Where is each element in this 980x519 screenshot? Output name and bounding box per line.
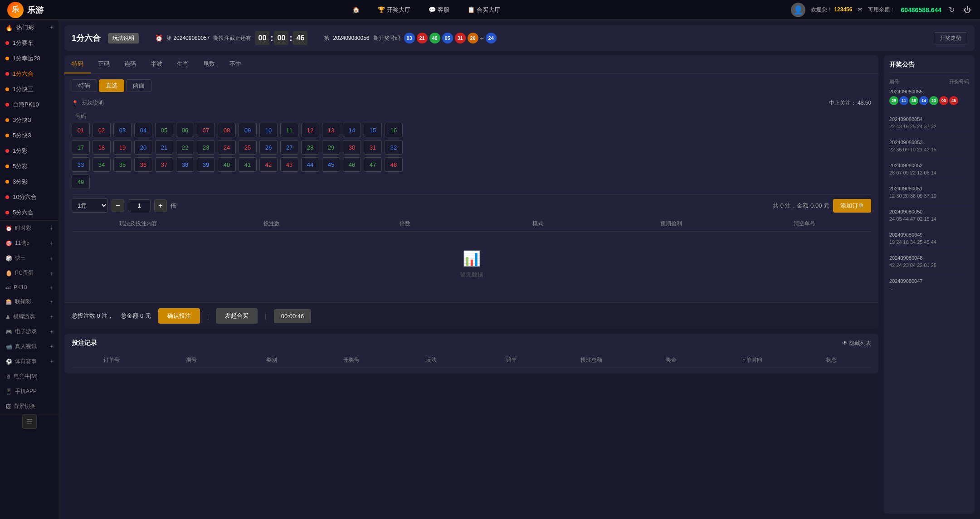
num-36[interactable]: 36	[134, 157, 152, 172]
rules-button[interactable]: 玩法说明	[108, 33, 139, 44]
sidebar-item-taiwan-pk10[interactable]: 台湾PK10	[0, 97, 59, 112]
sidebar-item-11x5[interactable]: 🎯 11选5 +	[0, 236, 59, 251]
num-48[interactable]: 48	[385, 157, 403, 172]
num-17[interactable]: 17	[72, 140, 90, 155]
num-24[interactable]: 24	[218, 140, 236, 155]
sidebar-collapse-button[interactable]: ☰	[22, 414, 37, 429]
sidebar-item-5min-6he[interactable]: 5分六合	[0, 205, 59, 220]
num-05[interactable]: 05	[155, 123, 173, 137]
num-34[interactable]: 34	[93, 157, 111, 172]
num-35[interactable]: 35	[113, 157, 132, 172]
sidebar-item-1min-6he[interactable]: 1分六合	[0, 66, 59, 82]
num-47[interactable]: 47	[364, 157, 382, 172]
subtab-tema[interactable]: 特码	[72, 79, 97, 92]
num-12[interactable]: 12	[301, 123, 319, 137]
launch-groupbuy-button[interactable]: 发起合买	[216, 308, 258, 324]
num-02[interactable]: 02	[93, 123, 111, 137]
subtab-zhixuan[interactable]: 直选	[99, 79, 124, 92]
num-11[interactable]: 11	[280, 123, 298, 137]
num-43[interactable]: 43	[280, 157, 298, 172]
trend-button[interactable]: 开奖走势	[934, 32, 967, 44]
nav-group-buy[interactable]: 📋 合买大厅	[464, 4, 504, 16]
qty-input[interactable]	[128, 199, 151, 212]
num-49[interactable]: 49	[72, 175, 90, 189]
qty-decrease-button[interactable]: −	[112, 199, 124, 212]
sidebar-item-10min-6he[interactable]: 10分六合	[0, 189, 59, 205]
num-38[interactable]: 38	[176, 157, 194, 172]
num-13[interactable]: 13	[322, 123, 340, 137]
num-27[interactable]: 27	[280, 140, 298, 155]
num-40[interactable]: 40	[218, 157, 236, 172]
sidebar-item-sports[interactable]: ⚽ 体育赛事 +	[0, 354, 59, 369]
sidebar-item-1min-cai[interactable]: 1分彩	[0, 143, 59, 159]
num-22[interactable]: 22	[176, 140, 194, 155]
num-25[interactable]: 25	[239, 140, 257, 155]
tab-banbo[interactable]: 半波	[143, 55, 170, 73]
sidebar-item-pc-egg[interactable]: 🥚 PC蛋蛋 +	[0, 266, 59, 281]
sidebar-item-5min-cai[interactable]: 5分彩	[0, 159, 59, 174]
num-04[interactable]: 04	[134, 123, 152, 137]
sidebar-item-1min-lucky28[interactable]: 1分幸运28	[0, 51, 59, 66]
tab-shengxiao[interactable]: 生肖	[170, 55, 196, 73]
timer-display-button[interactable]: 00:00:46	[274, 309, 312, 323]
sidebar-item-kuai3[interactable]: 🎲 快三 +	[0, 251, 59, 266]
confirm-bet-button[interactable]: 确认投注	[158, 308, 200, 324]
num-42[interactable]: 42	[259, 157, 278, 172]
num-44[interactable]: 44	[301, 157, 319, 172]
sidebar-item-5min-fast3[interactable]: 5分快3	[0, 128, 59, 143]
sidebar-item-3min-fast3[interactable]: 3分快3	[0, 112, 59, 128]
tab-tема[interactable]: 特码	[64, 55, 91, 73]
sidebar-hot-plus[interactable]: +	[50, 24, 53, 31]
num-01[interactable]: 01	[72, 123, 90, 137]
tab-lianma[interactable]: 连码	[117, 55, 143, 73]
sidebar-item-mobile-app[interactable]: 📱 手机APP	[0, 384, 59, 399]
num-16[interactable]: 16	[385, 123, 403, 137]
num-19[interactable]: 19	[113, 140, 132, 155]
logout-button[interactable]: ⏻	[962, 4, 973, 16]
sidebar-item-pk10[interactable]: 🏎 PK10 +	[0, 281, 59, 294]
num-26[interactable]: 26	[259, 140, 278, 155]
num-31[interactable]: 31	[364, 140, 382, 155]
num-10[interactable]: 10	[259, 123, 278, 137]
subtab-liangmian[interactable]: 两面	[126, 79, 151, 92]
num-14[interactable]: 14	[343, 123, 361, 137]
sidebar-item-bg-switch[interactable]: 🖼 背景切换	[0, 399, 59, 414]
num-41[interactable]: 41	[239, 157, 257, 172]
num-08[interactable]: 08	[218, 123, 236, 137]
qty-increase-button[interactable]: +	[154, 199, 167, 212]
num-09[interactable]: 09	[239, 123, 257, 137]
num-45[interactable]: 45	[322, 157, 340, 172]
hide-list-button[interactable]: 👁 隐藏列表	[842, 340, 871, 347]
num-46[interactable]: 46	[343, 157, 361, 172]
sidebar-item-3min-cai[interactable]: 3分彩	[0, 174, 59, 189]
num-06[interactable]: 06	[176, 123, 194, 137]
num-37[interactable]: 37	[155, 157, 173, 172]
sidebar-item-electronic-games[interactable]: 🎮 电子游戏 +	[0, 324, 59, 339]
num-07[interactable]: 07	[197, 123, 215, 137]
num-33[interactable]: 33	[72, 157, 90, 172]
num-21[interactable]: 21	[155, 140, 173, 155]
sidebar-item-live[interactable]: 📹 真人视讯 +	[0, 339, 59, 354]
nav-customer-service[interactable]: 💬 客服	[425, 4, 453, 16]
sidebar-item-1min-fast3[interactable]: 1分快三	[0, 82, 59, 97]
tab-weishu[interactable]: 尾数	[196, 55, 222, 73]
refresh-balance-button[interactable]: ↻	[947, 4, 956, 16]
tab-zhengma[interactable]: 正码	[91, 55, 117, 73]
num-29[interactable]: 29	[322, 140, 340, 155]
nav-home[interactable]: 🏠	[349, 4, 363, 16]
num-32[interactable]: 32	[385, 140, 403, 155]
nav-lottery-hall[interactable]: 🏆 开奖大厅	[374, 4, 414, 16]
num-15[interactable]: 15	[364, 123, 382, 137]
sidebar-item-chess[interactable]: ♟ 棋牌游戏 +	[0, 309, 59, 324]
unit-select[interactable]: 1元 0.1元 0.01元	[72, 199, 108, 213]
add-order-button[interactable]: 添加订单	[833, 199, 871, 213]
sidebar-item-shishi[interactable]: ⏰ 时时彩 +	[0, 221, 59, 236]
tab-buzhong[interactable]: 不中	[222, 55, 249, 73]
num-30[interactable]: 30	[343, 140, 361, 155]
num-39[interactable]: 39	[197, 157, 215, 172]
sidebar-item-esports[interactable]: 🖥 电竞牛[M]	[0, 369, 59, 384]
sidebar-item-1min-race[interactable]: 1分赛车	[0, 35, 59, 51]
num-23[interactable]: 23	[197, 140, 215, 155]
num-03[interactable]: 03	[113, 123, 132, 137]
num-18[interactable]: 18	[93, 140, 111, 155]
